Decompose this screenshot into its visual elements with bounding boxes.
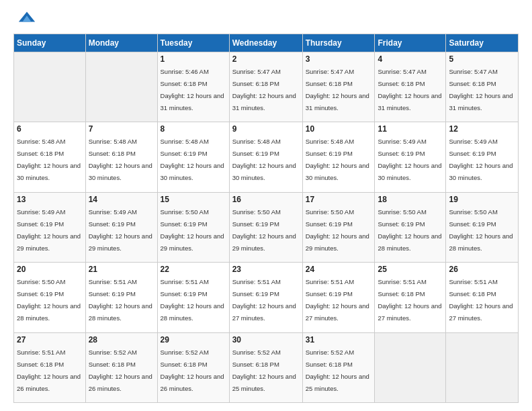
calendar-day-cell: 23 Sunrise: 5:51 AMSunset: 6:19 PMDaylig… <box>229 263 302 332</box>
day-number: 13 <box>17 195 83 204</box>
day-info: Sunrise: 5:47 AMSunset: 6:18 PMDaylight:… <box>449 68 513 111</box>
calendar-day-cell: 26 Sunrise: 5:51 AMSunset: 6:18 PMDaylig… <box>446 263 519 332</box>
calendar-day-cell: 16 Sunrise: 5:50 AMSunset: 6:19 PMDaylig… <box>229 192 302 262</box>
day-info: Sunrise: 5:51 AMSunset: 6:19 PMDaylight:… <box>306 278 369 322</box>
day-info: Sunrise: 5:51 AMSunset: 6:19 PMDaylight:… <box>232 278 296 322</box>
day-info: Sunrise: 5:49 AMSunset: 6:19 PMDaylight:… <box>378 138 441 181</box>
day-info: Sunrise: 5:47 AMSunset: 6:18 PMDaylight:… <box>232 68 296 111</box>
day-info: Sunrise: 5:50 AMSunset: 6:19 PMDaylight:… <box>449 208 513 252</box>
calendar-day-cell: 18 Sunrise: 5:50 AMSunset: 6:19 PMDaylig… <box>375 192 446 262</box>
day-info: Sunrise: 5:52 AMSunset: 6:18 PMDaylight:… <box>306 349 369 392</box>
day-number: 25 <box>378 265 443 274</box>
calendar-day-cell: 25 Sunrise: 5:51 AMSunset: 6:18 PMDaylig… <box>375 263 446 332</box>
calendar-day-cell <box>446 332 519 402</box>
logo <box>13 11 36 27</box>
day-info: Sunrise: 5:50 AMSunset: 6:19 PMDaylight:… <box>378 208 441 252</box>
day-info: Sunrise: 5:51 AMSunset: 6:18 PMDaylight:… <box>449 278 513 322</box>
day-number: 23 <box>232 265 300 274</box>
calendar-day-cell: 4 Sunrise: 5:47 AMSunset: 6:18 PMDayligh… <box>375 52 446 122</box>
day-number: 30 <box>232 335 300 345</box>
day-number: 28 <box>89 335 154 345</box>
calendar-day-cell: 11 Sunrise: 5:49 AMSunset: 6:19 PMDaylig… <box>375 122 446 192</box>
day-number: 29 <box>161 335 226 345</box>
day-number: 20 <box>17 265 83 274</box>
calendar-table: SundayMondayTuesdayWednesdayThursdayFrid… <box>13 34 519 403</box>
weekday-header-row: SundayMondayTuesdayWednesdayThursdayFrid… <box>14 34 519 52</box>
day-info: Sunrise: 5:51 AMSunset: 6:19 PMDaylight:… <box>89 278 152 322</box>
day-info: Sunrise: 5:47 AMSunset: 6:18 PMDaylight:… <box>378 68 441 111</box>
calendar-day-cell: 29 Sunrise: 5:52 AMSunset: 6:18 PMDaylig… <box>157 332 229 402</box>
calendar-day-cell <box>85 52 157 122</box>
weekday-header: Friday <box>375 34 446 52</box>
day-info: Sunrise: 5:48 AMSunset: 6:19 PMDaylight:… <box>161 138 224 181</box>
weekday-header: Wednesday <box>229 34 302 52</box>
calendar-day-cell: 20 Sunrise: 5:50 AMSunset: 6:19 PMDaylig… <box>14 263 86 332</box>
calendar-week-row: 27 Sunrise: 5:51 AMSunset: 6:18 PMDaylig… <box>14 332 519 402</box>
day-number: 26 <box>449 265 515 274</box>
day-info: Sunrise: 5:48 AMSunset: 6:18 PMDaylight:… <box>17 138 81 181</box>
calendar-day-cell: 15 Sunrise: 5:50 AMSunset: 6:19 PMDaylig… <box>157 192 229 262</box>
calendar-day-cell: 1 Sunrise: 5:46 AMSunset: 6:18 PMDayligh… <box>157 52 229 122</box>
calendar-day-cell: 8 Sunrise: 5:48 AMSunset: 6:19 PMDayligh… <box>157 122 229 192</box>
day-number: 1 <box>161 54 226 64</box>
calendar-day-cell: 12 Sunrise: 5:49 AMSunset: 6:19 PMDaylig… <box>446 122 519 192</box>
header <box>13 11 519 27</box>
day-number: 9 <box>232 124 300 134</box>
day-number: 12 <box>449 124 515 134</box>
day-info: Sunrise: 5:47 AMSunset: 6:18 PMDaylight:… <box>306 68 369 111</box>
calendar-day-cell: 13 Sunrise: 5:49 AMSunset: 6:19 PMDaylig… <box>14 192 86 262</box>
weekday-header: Sunday <box>14 34 86 52</box>
day-info: Sunrise: 5:51 AMSunset: 6:19 PMDaylight:… <box>161 278 224 322</box>
calendar-week-row: 6 Sunrise: 5:48 AMSunset: 6:18 PMDayligh… <box>14 122 519 192</box>
day-number: 7 <box>89 124 154 134</box>
day-number: 17 <box>306 195 372 204</box>
calendar-day-cell: 6 Sunrise: 5:48 AMSunset: 6:18 PMDayligh… <box>14 122 86 192</box>
day-info: Sunrise: 5:50 AMSunset: 6:19 PMDaylight:… <box>306 208 369 252</box>
calendar-day-cell: 22 Sunrise: 5:51 AMSunset: 6:19 PMDaylig… <box>157 263 229 332</box>
logo-icon <box>17 8 36 27</box>
calendar-week-row: 20 Sunrise: 5:50 AMSunset: 6:19 PMDaylig… <box>14 263 519 332</box>
day-info: Sunrise: 5:50 AMSunset: 6:19 PMDaylight:… <box>161 208 224 252</box>
weekday-header: Monday <box>85 34 157 52</box>
weekday-header: Saturday <box>446 34 519 52</box>
day-number: 19 <box>449 195 515 204</box>
day-number: 10 <box>306 124 372 134</box>
calendar-day-cell: 2 Sunrise: 5:47 AMSunset: 6:18 PMDayligh… <box>229 52 302 122</box>
day-info: Sunrise: 5:52 AMSunset: 6:18 PMDaylight:… <box>89 349 152 392</box>
day-info: Sunrise: 5:48 AMSunset: 6:18 PMDaylight:… <box>89 138 152 181</box>
day-info: Sunrise: 5:49 AMSunset: 6:19 PMDaylight:… <box>89 208 152 252</box>
day-info: Sunrise: 5:51 AMSunset: 6:18 PMDaylight:… <box>17 349 81 392</box>
calendar-day-cell: 14 Sunrise: 5:49 AMSunset: 6:19 PMDaylig… <box>85 192 157 262</box>
day-number: 27 <box>17 335 83 345</box>
day-number: 4 <box>378 54 443 64</box>
day-number: 24 <box>306 265 372 274</box>
day-number: 31 <box>306 335 372 345</box>
day-number: 8 <box>161 124 226 134</box>
day-number: 22 <box>161 265 226 274</box>
calendar-day-cell <box>375 332 446 402</box>
calendar-day-cell: 17 Sunrise: 5:50 AMSunset: 6:19 PMDaylig… <box>302 192 375 262</box>
calendar-day-cell <box>14 52 86 122</box>
day-info: Sunrise: 5:49 AMSunset: 6:19 PMDaylight:… <box>17 208 81 252</box>
calendar-week-row: 13 Sunrise: 5:49 AMSunset: 6:19 PMDaylig… <box>14 192 519 262</box>
day-number: 6 <box>17 124 83 134</box>
day-info: Sunrise: 5:48 AMSunset: 6:19 PMDaylight:… <box>306 138 369 181</box>
calendar-day-cell: 9 Sunrise: 5:48 AMSunset: 6:19 PMDayligh… <box>229 122 302 192</box>
day-info: Sunrise: 5:52 AMSunset: 6:18 PMDaylight:… <box>161 349 224 392</box>
day-number: 5 <box>449 54 515 64</box>
day-info: Sunrise: 5:50 AMSunset: 6:19 PMDaylight:… <box>17 278 81 322</box>
day-number: 11 <box>378 124 443 134</box>
day-number: 21 <box>89 265 154 274</box>
day-number: 16 <box>232 195 300 204</box>
weekday-header: Thursday <box>302 34 375 52</box>
weekday-header: Tuesday <box>157 34 229 52</box>
calendar-day-cell: 21 Sunrise: 5:51 AMSunset: 6:19 PMDaylig… <box>85 263 157 332</box>
calendar-day-cell: 27 Sunrise: 5:51 AMSunset: 6:18 PMDaylig… <box>14 332 86 402</box>
day-info: Sunrise: 5:46 AMSunset: 6:18 PMDaylight:… <box>161 68 224 111</box>
day-info: Sunrise: 5:49 AMSunset: 6:19 PMDaylight:… <box>449 138 513 181</box>
calendar-day-cell: 30 Sunrise: 5:52 AMSunset: 6:18 PMDaylig… <box>229 332 302 402</box>
day-number: 15 <box>161 195 226 204</box>
calendar-day-cell: 24 Sunrise: 5:51 AMSunset: 6:19 PMDaylig… <box>302 263 375 332</box>
day-info: Sunrise: 5:52 AMSunset: 6:18 PMDaylight:… <box>232 349 296 392</box>
calendar-day-cell: 19 Sunrise: 5:50 AMSunset: 6:19 PMDaylig… <box>446 192 519 262</box>
